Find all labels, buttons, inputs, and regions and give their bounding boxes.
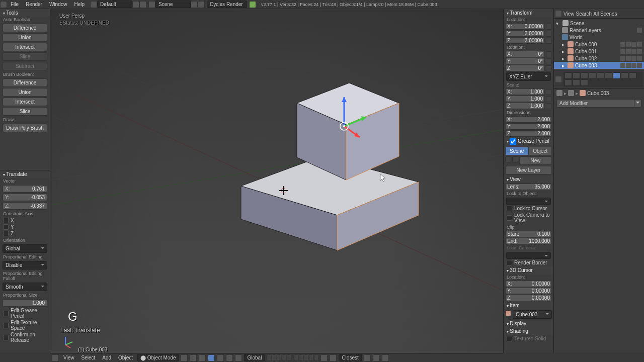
auto-difference-button[interactable]: Difference	[3, 24, 47, 32]
auto-intersect-button[interactable]: Intersect	[3, 43, 47, 51]
prop-falloff-select[interactable]: Smooth	[3, 283, 47, 291]
gp-panel-header[interactable]: Grease Pencil	[504, 137, 553, 146]
tab-world[interactable]	[589, 72, 596, 79]
dim-y-field[interactable]: Y:2.000	[505, 123, 552, 130]
tree-renderlayers[interactable]: RenderLayers	[554, 27, 644, 34]
menu-render[interactable]: Render	[22, 2, 46, 7]
tab-modifiers[interactable]	[613, 72, 620, 79]
gp-new-layer-button[interactable]: New Layer	[505, 166, 552, 174]
constraint-x-checkbox[interactable]: X	[3, 218, 47, 223]
dim-x-field[interactable]: X:2.000	[505, 116, 552, 123]
lock-icon[interactable]	[546, 24, 552, 30]
edit-gp-checkbox[interactable]: Edit Grease Pencil	[3, 308, 47, 319]
clip-start-field[interactable]: Start:0.100	[505, 231, 552, 237]
clip-end-field[interactable]: End:1000.000	[505, 238, 552, 244]
3dcursor-panel-header[interactable]: 3D Cursor	[504, 266, 553, 274]
loc-y-field[interactable]: Y:2.00000	[505, 30, 545, 37]
properties-editor-icon[interactable]	[555, 76, 562, 83]
outliner-editor-icon[interactable]	[555, 10, 562, 17]
tree-cube-000[interactable]: ▸Cube.000	[554, 41, 644, 48]
outliner-search-menu[interactable]: Search	[576, 11, 592, 17]
manipulator-scale-icon[interactable]	[235, 354, 242, 361]
constraint-y-checkbox[interactable]: Y	[3, 224, 47, 230]
lock-layers-icon[interactable]	[320, 354, 328, 361]
brush-difference-button[interactable]: Difference	[3, 78, 47, 87]
gp-scene-seg[interactable]: Scene	[505, 147, 529, 155]
engine-dropdown[interactable]: Cycles Render	[207, 1, 247, 8]
rot-x-field[interactable]: X:0°	[505, 51, 545, 57]
snap-target-icon[interactable]	[364, 354, 371, 361]
lock-icon[interactable]	[546, 58, 552, 64]
lock-icon[interactable]	[546, 65, 552, 71]
gp-add-icon[interactable]	[512, 156, 518, 162]
constraint-z-checkbox[interactable]: Z	[3, 231, 47, 236]
scene-del-icon[interactable]	[198, 1, 205, 8]
manipulator-rotate-icon[interactable]	[226, 354, 233, 361]
transform-panel-header[interactable]: Transform	[504, 9, 553, 17]
tree-scene[interactable]: ▾Scene	[554, 20, 644, 27]
operator-panel-header[interactable]: Translate	[0, 170, 50, 178]
textured-solid-checkbox[interactable]: Textured Solid	[507, 336, 550, 341]
outliner-mode-dropdown[interactable]: All Scenes	[593, 11, 643, 17]
translate-y-field[interactable]: Y:-0.053	[3, 194, 47, 201]
manipulator-translate-icon[interactable]	[217, 354, 224, 361]
tree-cube-003[interactable]: ▸Cube.003	[554, 62, 644, 69]
tab-physics[interactable]	[581, 79, 588, 86]
gp-new-button[interactable]: New	[519, 156, 552, 165]
prop-size-field[interactable]: 1.000	[3, 299, 47, 307]
edit-tex-checkbox[interactable]: Edit Texture Space	[3, 320, 47, 331]
lock-icon[interactable]	[546, 103, 552, 109]
lock-icon[interactable]	[546, 96, 552, 102]
confirm-release-checkbox[interactable]: Confirm on Release	[3, 332, 47, 343]
tab-data[interactable]	[621, 72, 628, 79]
blender-icon[interactable]	[0, 1, 7, 8]
loc-x-field[interactable]: X:0.00000	[505, 23, 545, 30]
lock-cursor-checkbox[interactable]: Lock to Cursor	[507, 206, 550, 211]
lock-icon[interactable]	[546, 38, 552, 44]
rot-z-field[interactable]: Z:0°	[505, 65, 545, 71]
lock-icon[interactable]	[546, 89, 552, 95]
menu-help[interactable]: Help	[71, 2, 89, 7]
gp-source-toggle[interactable]: Scene Object	[505, 147, 552, 155]
tab-texture[interactable]	[565, 79, 572, 86]
brush-intersect-button[interactable]: Intersect	[3, 98, 47, 106]
object-menu[interactable]: Object	[116, 355, 135, 360]
shading-icon[interactable]	[181, 354, 188, 361]
orientation-select[interactable]: Global	[3, 244, 47, 253]
tree-cube-002[interactable]: ▸Cube.002	[554, 55, 644, 62]
scene-icon[interactable]	[148, 1, 155, 8]
tab-object[interactable]	[597, 72, 604, 79]
shading-panel-header[interactable]: Shading	[504, 327, 553, 335]
tab-constraints[interactable]	[605, 72, 612, 79]
orientation-dropdown[interactable]: Global	[244, 354, 265, 361]
lock-camera-checkbox[interactable]: Lock Camera to View	[507, 212, 550, 223]
lens-field[interactable]: Lens:35.000	[505, 184, 552, 190]
tab-renderlayers[interactable]	[573, 72, 580, 79]
rotation-mode-select[interactable]: XYZ Euler	[506, 72, 551, 81]
layout-dropdown[interactable]: Default	[97, 1, 132, 8]
tab-scene[interactable]	[581, 72, 588, 79]
render-anim-icon[interactable]	[382, 354, 389, 361]
tree-cube-001[interactable]: ▸Cube.001	[554, 48, 644, 55]
snap-icon[interactable]	[330, 354, 337, 361]
prop-edit-select[interactable]: Disable	[3, 261, 47, 269]
item-panel-header[interactable]: Item	[504, 302, 553, 309]
tree-world[interactable]: World	[554, 34, 644, 41]
brush-union-button[interactable]: Union	[3, 88, 47, 97]
layers-widget[interactable]	[267, 354, 318, 361]
item-name-field[interactable]: Cube.003	[513, 310, 552, 319]
tools-panel-header[interactable]: Tools	[0, 9, 50, 17]
scl-z-field[interactable]: Z:1.000	[505, 103, 545, 109]
translate-x-field[interactable]: X:0.761	[3, 185, 47, 193]
manipulator-icon[interactable]	[208, 354, 215, 361]
display-panel-header[interactable]: Display	[504, 320, 553, 327]
menu-window[interactable]: Window	[46, 2, 71, 7]
draw-poly-brush-button[interactable]: Draw Poly Brush	[3, 124, 47, 132]
menu-file[interactable]: File	[7, 2, 22, 7]
layout-icon[interactable]	[90, 1, 97, 8]
brush-slice-button[interactable]: Slice	[3, 107, 47, 116]
scl-x-field[interactable]: X:1.000	[505, 88, 545, 95]
layout-del-icon[interactable]	[139, 1, 146, 8]
gp-object-seg[interactable]: Object	[529, 147, 552, 155]
tab-material[interactable]	[629, 72, 636, 79]
